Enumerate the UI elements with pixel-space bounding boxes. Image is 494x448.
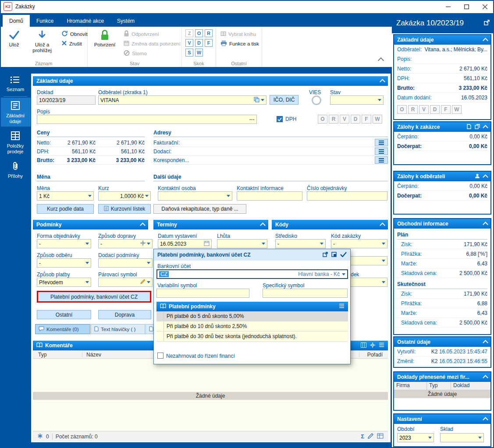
column-typ[interactable]: Typ [38,352,46,358]
popis-field[interactable]: ··· [37,115,257,124]
obdobi-field[interactable]: 2023 [397,433,434,442]
stredisko-field[interactable]: - [275,239,326,248]
dropdown-icon[interactable] [382,243,385,245]
panel-section-header[interactable]: Obchodní informace [394,219,490,229]
asterisk-icon[interactable] [37,433,43,440]
jump-key-w[interactable]: W [195,49,203,56]
section-header-terminy[interactable]: Termíny [153,220,268,229]
collapse-icon[interactable] [140,222,146,228]
column-doklad[interactable]: Doklad [451,382,490,390]
column-separator[interactable] [82,352,82,357]
ico-dic-button[interactable]: IČO, DIČ [270,95,299,105]
tab-domu[interactable]: Domů [3,15,30,27]
variabilni-symbol-field[interactable] [156,289,249,298]
dph-checkbox[interactable] [277,116,283,122]
panel-section-header[interactable]: Doklady přenesené mezi fir... [394,372,490,382]
page-icon[interactable] [467,124,471,131]
pencil-icon[interactable] [368,433,373,440]
cislo-objednavky-field[interactable] [307,191,387,201]
jump-key-d[interactable]: D [195,39,203,47]
confirm-button[interactable]: Potvrzení [91,28,118,60]
maximize-button[interactable] [457,0,476,13]
collapse-icon[interactable] [260,222,266,228]
collapse-icon[interactable] [483,222,488,227]
dropdown-icon[interactable] [145,195,149,197]
collapse-icon[interactable] [483,340,488,346]
save-and-view-button[interactable]: Ulož a prohlížej [26,28,58,60]
datum-vystaveni-field[interactable]: 16.05.2023 [158,239,212,248]
nezahrnovat-checkbox[interactable] [157,353,163,359]
select-book-button[interactable]: Vybrat knihu [219,29,258,39]
jump-key-v[interactable]: V [185,39,193,47]
storno-button[interactable]: Storno [122,49,149,58]
menu-icon[interactable] [339,303,345,310]
panel-section-header[interactable]: Ostatní údaje [394,337,490,347]
sum-icon[interactable]: Σ [361,433,364,440]
lhuta-field[interactable] [217,239,267,248]
section-header-kody[interactable]: Kódy [272,220,388,229]
column-poradi[interactable]: Pořadí [367,352,383,358]
panel-section-header[interactable]: Zálohy k zakázce [394,122,490,132]
calendar-icon[interactable] [204,240,210,247]
tab-system[interactable]: Systém [110,15,141,27]
sidebar-item-zakladni-udaje[interactable]: Základní údaje [0,98,31,127]
dropdown-icon[interactable] [147,281,150,283]
section-header-zakladni-udaje[interactable]: Základní údaje [33,76,388,86]
confirm-check-icon[interactable] [340,252,347,258]
ribbon-collapse-icon[interactable] [378,57,384,63]
parovaci-symbol-field[interactable] [98,278,153,287]
tab-komentare[interactable]: Komentáře (0) [35,324,90,334]
doprava-button[interactable]: Doprava [98,310,151,319]
collapse-icon[interactable] [483,38,488,43]
jump-key-z[interactable]: Z [185,29,193,37]
dialog-titlebar[interactable]: Platební podmínky, bankovní účet CZ [154,249,350,261]
dropdown-icon[interactable] [428,437,432,439]
dropdown-icon[interactable] [478,437,482,439]
external-link-icon[interactable] [323,252,328,258]
specificky-symbol-field[interactable] [263,289,348,298]
columns-icon[interactable] [361,342,366,349]
kurzovni-listek-button[interactable]: Kurzovní lístek [98,204,151,214]
danova-rekapitulace-button[interactable]: Daňová rekapitulace, typ daně ... [153,204,246,214]
change-confirm-date-button[interactable]: Změna data potvrzení [122,39,182,48]
stav-field[interactable] [330,95,384,105]
zpusob-odberu-field[interactable]: - [37,258,91,268]
sidebar-item-prilohy[interactable]: Přílohy [0,158,31,183]
dropdown-icon[interactable] [261,99,264,101]
section-header-podminky[interactable]: Podmínky [33,220,148,229]
jump-key-s[interactable]: S [185,49,193,56]
dropdown-icon[interactable] [320,243,323,245]
column-firma[interactable]: Firma [394,382,427,390]
external-link-icon[interactable] [484,19,490,28]
payment-condition-row[interactable]: Při platbě do 10 dnů skonto 2,50% [156,321,348,332]
jump-key-f[interactable]: F [205,39,213,47]
bank-account-field[interactable]: CZ Hlavní banka - Kč [156,269,348,279]
platebni-podminky-button[interactable]: Platební podmínky, bankovní účet CZ [37,291,151,303]
address-menu-button[interactable] [375,148,388,155]
odberatel-field[interactable]: VITANA [98,95,267,105]
collapse-icon[interactable] [483,375,488,381]
dropdown-icon[interactable] [85,243,89,245]
grid-body[interactable]: Žádné údaje [33,359,388,431]
collapse-icon[interactable] [380,222,385,228]
jump-key-o[interactable]: O [195,29,203,37]
kod-zakazky-field[interactable]: - [331,239,387,248]
dropdown-icon[interactable] [88,195,92,197]
tab-text-hlavicky[interactable]: Text hlavičky ( ) [91,324,145,334]
column-nazev[interactable]: Název [86,352,101,358]
collapse-icon[interactable] [483,125,488,131]
close-button[interactable] [476,0,494,13]
ellipsis-icon[interactable]: ··· [249,116,255,123]
dodaci-podminky-field[interactable] [98,258,153,268]
dropdown-icon[interactable] [382,260,385,262]
unconfirm-button[interactable]: Odpotvrzení [122,29,161,39]
sklad-field[interactable] [440,433,484,442]
payment-condition-row[interactable]: Při platbě do 30 dnů bez skonta (jednodu… [156,332,348,342]
dropdown-icon[interactable] [382,281,385,283]
cancel-button[interactable]: Zrušit [60,39,84,48]
tab-funkce[interactable]: Funkce [30,15,60,27]
forma-objednavky-field[interactable]: - [37,239,91,248]
menu-icon[interactable] [379,342,384,349]
sidebar-item-polozky-prodeje[interactable]: Položky prodeje [0,128,31,157]
kurz-field[interactable]: 1,0000 Kč [98,191,151,201]
